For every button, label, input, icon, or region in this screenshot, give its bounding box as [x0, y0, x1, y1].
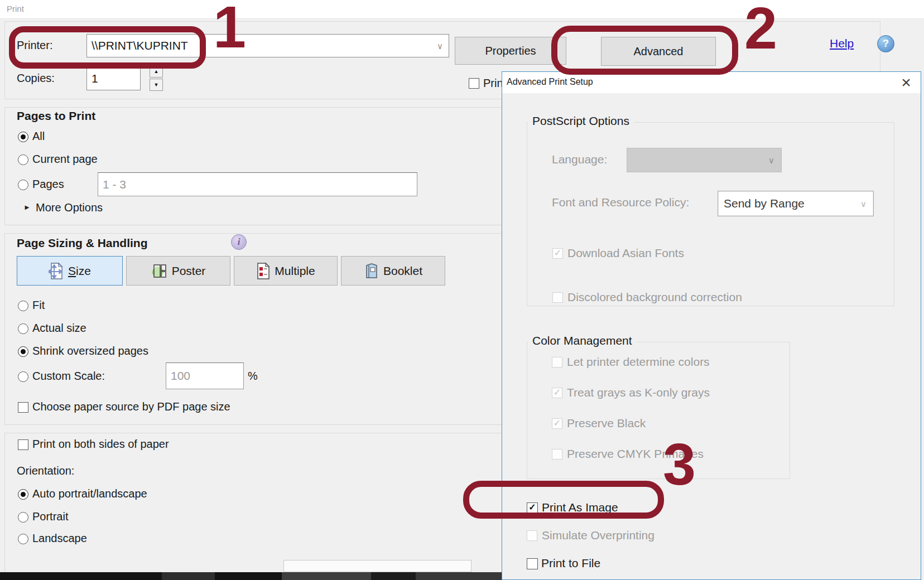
copies-value: 1: [92, 72, 98, 85]
taskbar-segment: [0, 572, 162, 580]
taskbar-segment: [215, 572, 282, 580]
font-policy-label: Font and Resource Policy:: [552, 196, 689, 209]
radio-current-page-label: Current page: [32, 153, 98, 166]
preserve-cmyk-checkbox: [552, 449, 562, 460]
poster-icon: [151, 263, 168, 279]
radio-fit-label: Fit: [32, 299, 45, 312]
pages-to-print-title: Pages to Print: [17, 109, 95, 123]
radio-all[interactable]: [18, 132, 28, 142]
color-management-title: Color Management: [528, 334, 637, 347]
window-titlebar: [0, 0, 924, 19]
radio-pages[interactable]: [18, 180, 28, 190]
grayscale-checkbox[interactable]: [469, 78, 479, 89]
properties-button[interactable]: Properties: [455, 37, 566, 65]
annotation-circle-3: [463, 481, 664, 519]
help-link[interactable]: Help: [830, 37, 854, 50]
radio-shrink-pages-label: Shrink oversized pages: [32, 345, 148, 357]
check-icon: ✓: [554, 249, 561, 258]
radio-portrait[interactable]: [18, 512, 28, 523]
up-arrow-icon: ▲: [154, 69, 159, 74]
percent-label: %: [248, 370, 258, 383]
radio-all-label: All: [32, 130, 45, 143]
both-sides-label: Print on both sides of paper: [32, 438, 169, 451]
font-policy-value: Send by Range: [724, 197, 805, 210]
download-asian-fonts-label: Download Asian Fonts: [567, 246, 684, 260]
page-range-value: 1 - 3: [103, 178, 126, 191]
taskbar-item: [283, 560, 471, 572]
radio-custom-scale-label: Custom Scale:: [32, 370, 105, 383]
radio-custom-scale[interactable]: [18, 371, 28, 382]
more-options-link[interactable]: More Options: [36, 201, 103, 214]
print-to-file-checkbox[interactable]: [527, 558, 538, 569]
custom-scale-input[interactable]: 100: [166, 362, 244, 389]
chevron-down-icon: ∨: [437, 42, 443, 50]
chevron-down-icon: ∨: [768, 156, 774, 165]
check-icon: ✓: [554, 419, 561, 428]
help-icon[interactable]: ?: [877, 35, 894, 52]
radio-portrait-label: Portrait: [32, 510, 68, 523]
multiple-button[interactable]: Multiple: [234, 256, 338, 286]
poster-button-label: Poster: [172, 264, 206, 278]
orientation-label: Orientation:: [17, 465, 74, 477]
paper-source-label: Choose paper source by PDF page size: [32, 400, 230, 413]
multiple-button-label: Multiple: [275, 264, 315, 278]
annotation-number-2: 2: [744, 4, 777, 52]
discolored-bg-label: Discolored background correction: [567, 291, 742, 304]
copies-input[interactable]: 1: [86, 66, 141, 90]
annotation-circle-2: [551, 26, 738, 75]
radio-auto-orientation[interactable]: [18, 489, 28, 500]
radio-shrink-pages[interactable]: [18, 346, 28, 357]
annotation-number-3: 3: [663, 441, 696, 488]
copies-label: Copies:: [17, 72, 55, 85]
radio-landscape[interactable]: [18, 534, 28, 544]
both-sides-checkbox[interactable]: [18, 439, 28, 450]
let-printer-colors-label: Let printer determine colors: [567, 355, 710, 369]
page-range-input[interactable]: 1 - 3: [98, 172, 417, 196]
font-policy-dropdown: Send by Range ∨: [718, 191, 874, 216]
simulate-overprinting-label: Simulate Overprinting: [542, 529, 654, 542]
paper-source-checkbox[interactable]: [18, 402, 28, 413]
download-asian-fonts-checkbox: ✓: [552, 248, 563, 259]
print-to-file-label: Print to File: [541, 557, 600, 570]
custom-scale-value: 100: [171, 369, 190, 383]
annotation-number-1: 1: [213, 3, 246, 51]
info-glyph: i: [238, 236, 240, 248]
treat-grays-checkbox: ✓: [552, 388, 562, 398]
poster-button[interactable]: Poster: [126, 256, 230, 286]
size-button[interactable]: Size: [17, 256, 123, 286]
check-icon: ✓: [554, 388, 561, 397]
postscript-options-title: PostScript Options: [528, 114, 634, 128]
size-button-label: Size: [68, 264, 91, 278]
taskbar-segment: [282, 572, 371, 580]
page-sizing-title: Page Sizing & Handling: [17, 236, 148, 250]
annotation-circle-1: [9, 26, 206, 69]
window-title: Print: [7, 4, 24, 13]
taskbar-segment: [162, 572, 215, 580]
treat-grays-label: Treat grays as K-only grays: [567, 386, 710, 399]
dialog-title: Advanced Print Setup: [507, 77, 593, 87]
discolored-bg-checkbox: [552, 292, 563, 303]
preserve-black-checkbox: ✓: [552, 418, 562, 429]
chevron-down-icon: ∨: [860, 200, 867, 208]
booklet-button-label: Booklet: [383, 264, 422, 278]
close-icon[interactable]: ×: [896, 73, 916, 92]
size-icon: [49, 262, 64, 280]
language-dropdown: ∨: [627, 148, 782, 172]
preserve-black-label: Preserve Black: [567, 417, 646, 430]
radio-actual-size[interactable]: [18, 323, 28, 334]
booklet-icon: [364, 263, 379, 279]
radio-current-page[interactable]: [18, 154, 28, 165]
question-glyph: ?: [883, 38, 889, 50]
let-printer-colors-checkbox: [552, 357, 562, 368]
radio-pages-label: Pages: [32, 178, 64, 191]
radio-landscape-label: Landscape: [32, 532, 87, 545]
copies-decrement-button[interactable]: ▼: [150, 79, 163, 91]
booklet-button[interactable]: Booklet: [341, 256, 445, 286]
print-window: Print Printer: \\PRINT\KUPRINT ∨ Copies:…: [0, 0, 924, 580]
more-options-arrow-icon: ►: [23, 203, 31, 211]
info-icon[interactable]: i: [231, 234, 247, 250]
radio-actual-size-label: Actual size: [32, 322, 86, 335]
radio-auto-orientation-label: Auto portrait/landscape: [32, 487, 147, 500]
radio-fit[interactable]: [18, 301, 28, 311]
grayscale-label-partial: Prin: [483, 77, 503, 90]
